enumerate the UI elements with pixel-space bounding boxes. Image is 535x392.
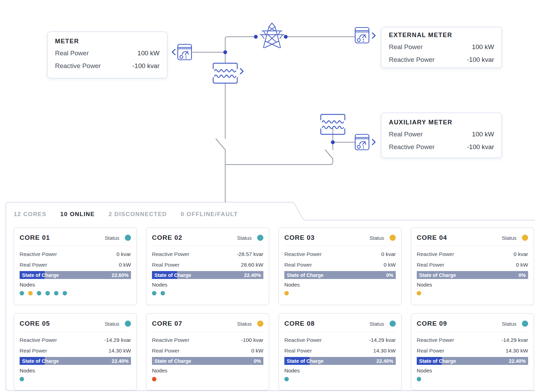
chevron-right-icon [240, 69, 243, 74]
row-value: 0 kW [251, 345, 263, 356]
real-power-row: Real Power14.30 kW [417, 345, 528, 356]
core-card-header: CORE 09Status [417, 318, 528, 329]
row-label: Real Power [284, 259, 312, 270]
real-power-row: Real Power14.30 kW [20, 345, 131, 356]
divider [417, 332, 528, 332]
core-card-header: CORE 08Status [284, 318, 396, 329]
state-of-charge-bar: State of Charge22.40% [152, 271, 263, 279]
state-of-charge-text: State of Charge0% [417, 271, 528, 279]
nodes-row [20, 291, 131, 295]
node-dot[interactable] [28, 291, 33, 295]
core-title: CORE 09 [417, 320, 447, 327]
row-label: Reactive Power [417, 249, 454, 259]
meter-row-value: -100 kvar [132, 59, 160, 72]
nodes-row [417, 291, 528, 295]
soc-label: State of Charge [419, 272, 456, 278]
node-dot[interactable] [417, 377, 421, 381]
meter-row: Reactive Power -100 kvar [389, 53, 494, 66]
core-card-core-08[interactable]: CORE 08StatusReactive Power-14.29 kvarRe… [279, 313, 402, 390]
core-card-core-09[interactable]: CORE 09StatusReactive Power-14.29 kvarRe… [411, 313, 534, 390]
node-dot[interactable] [20, 291, 24, 295]
divider [152, 332, 263, 332]
reactive-power-row: Reactive Power-14.29 kvar [417, 335, 528, 345]
reactive-power-row: Reactive Power-100 kvar [152, 335, 263, 345]
node-dot[interactable] [20, 377, 24, 381]
soc-value: 22.40% [509, 358, 526, 364]
node-dot[interactable] [37, 291, 41, 295]
state-of-charge-text: State of Charge22.40% [417, 357, 528, 365]
core-card-core-04[interactable]: CORE 04StatusReactive Power0 kvarReal Po… [411, 227, 534, 305]
soc-value: 22.40% [244, 272, 261, 278]
core-card-core-07[interactable]: CORE 07StatusReactive Power-100 kvarReal… [146, 313, 269, 390]
meter-row-value: 100 kW [472, 128, 494, 141]
core-status: Status [502, 321, 528, 327]
row-label: Real Power [20, 259, 47, 270]
tab-2-disconnected[interactable]: 2 DISCONNECTED [109, 211, 167, 218]
state-of-charge-text: State of Charge22.40% [20, 357, 131, 365]
chevron-right-icon [372, 33, 375, 38]
energy-dashboard: METER Real Power 100 kW Reactive Power -… [0, 0, 535, 392]
status-dot [522, 321, 528, 327]
divider [417, 246, 528, 246]
core-title: CORE 05 [20, 320, 50, 327]
tab-12-cores[interactable]: 12 CORES [14, 211, 46, 218]
state-of-charge-text: State of Charge0% [284, 271, 396, 279]
chevron-left-icon [172, 49, 175, 55]
node-dot[interactable] [152, 291, 156, 295]
row-label: Reactive Power [20, 249, 57, 259]
reactive-power-row: Reactive Power0 kvar [417, 249, 528, 259]
soc-label: State of Charge [287, 272, 324, 278]
core-card-core-03[interactable]: CORE 03StatusReactive Power0 kvarReal Po… [279, 227, 402, 305]
core-card-core-01[interactable]: CORE 01StatusReactive Power0 kvarReal Po… [14, 227, 137, 305]
real-power-row: Real Power0 kW [20, 259, 131, 270]
node-dot[interactable] [152, 377, 156, 381]
node-dot[interactable] [284, 377, 289, 381]
row-value: 14.30 kW [109, 345, 131, 356]
soc-value: 22.40% [112, 358, 129, 364]
core-card-core-05[interactable]: CORE 05StatusReactive Power-14.29 kvarRe… [14, 313, 137, 390]
row-value: -14.29 kvar [369, 335, 396, 345]
row-label: Real Power [152, 345, 179, 356]
bus-lines [193, 37, 354, 202]
real-power-row: Real Power0 kW [284, 259, 396, 270]
reactive-power-row: Reactive Power-14.29 kvar [284, 335, 396, 345]
tab-0-offline-fault[interactable]: 0 OFFLINE/FAULT [181, 211, 238, 218]
meter-row-value: -100 kvar [467, 53, 494, 66]
nodes-label: Nodes [20, 366, 131, 375]
row-value: 14.30 kW [373, 345, 396, 356]
row-value: -14.29 kvar [501, 335, 528, 345]
soc-value: 22.60% [112, 272, 129, 278]
soc-label: State of Charge [419, 358, 456, 364]
row-label: Reactive Power [152, 335, 189, 345]
node-dot[interactable] [417, 291, 421, 295]
chevron-right-icon [372, 139, 375, 145]
meter-row-value: -100 kvar [467, 141, 494, 153]
row-value: 0 kW [516, 259, 528, 270]
core-card-core-02[interactable]: CORE 02StatusReactive Power-28.57 kvarRe… [146, 227, 269, 305]
status-label: Status [502, 321, 516, 327]
row-value: -100 kvar [241, 335, 263, 345]
row-label: Reactive Power [20, 335, 57, 345]
soc-value: 0% [254, 358, 261, 364]
node-dot[interactable] [63, 291, 67, 295]
nodes-label: Nodes [417, 280, 528, 289]
node-dot[interactable] [284, 291, 289, 295]
node-dot[interactable] [54, 291, 58, 295]
real-power-row: Real Power14.30 kW [284, 345, 396, 356]
tab-10-online[interactable]: 10 ONLINE [60, 211, 95, 218]
meter-card-title: METER [55, 38, 160, 45]
node-dot[interactable] [161, 291, 165, 295]
external-meter-card: EXTERNAL METER Real Power 100 kW Reactiv… [381, 27, 502, 68]
node-dot[interactable] [45, 291, 50, 295]
row-value: 28.60 kW [241, 259, 263, 270]
soc-value: 0% [518, 272, 526, 278]
state-of-charge-text: State of Charge0% [152, 357, 263, 365]
state-of-charge-bar: State of Charge22.40% [284, 357, 396, 365]
state-of-charge-text: State of Charge22.40% [152, 271, 263, 279]
row-label: Real Power [417, 345, 444, 356]
state-of-charge-bar: State of Charge22.60% [20, 271, 131, 279]
meter-row-label: Real Power [389, 41, 423, 53]
meter-row: Reactive Power -100 kvar [389, 141, 494, 153]
core-title: CORE 01 [20, 234, 50, 242]
core-status: Status [237, 235, 263, 241]
